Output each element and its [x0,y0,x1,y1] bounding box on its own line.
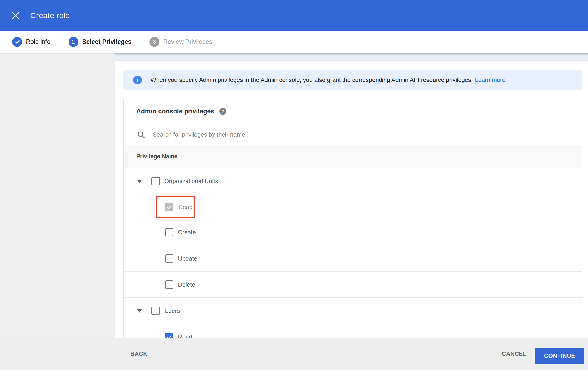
left-sidebar [0,53,115,338]
step-role-info[interactable]: Role info [12,37,51,47]
privileges-card: Admin console privileges ? Privilege Nam… [124,98,582,338]
appbar: Create role [0,0,588,31]
checkbox-create[interactable] [165,228,173,236]
step3-label: Review Privileges [163,38,212,45]
row-label: Users [164,307,180,314]
table-header-row: Privilege Name [124,145,582,168]
table-row: Read [124,324,582,338]
row-label: Organizational Units [164,178,218,185]
step-select-privileges[interactable]: 2 Select Privileges [69,37,132,47]
footer-bar: BACK CANCEL CONTINUE [0,338,588,370]
banner-text: When you specify Admin privileges in the… [151,76,473,84]
checkbox-delete[interactable] [165,280,173,289]
checkbox-users[interactable] [151,307,160,315]
collapse-arrow-icon[interactable] [137,180,142,183]
back-button[interactable]: BACK [130,350,147,357]
checkbox-organizational-units[interactable] [151,177,160,185]
checkbox-read[interactable] [165,203,173,211]
info-icon: i [133,76,142,84]
close-x-glyph [11,11,20,20]
card-header: Admin console privileges ? [124,98,582,124]
step-review-privileges[interactable]: 3 Review Privileges [149,37,212,47]
search-icon [137,130,145,139]
scrolled-content-strip [115,53,588,60]
close-icon[interactable] [9,9,22,22]
table-row: Create [124,219,582,245]
highlight-box: Read [156,196,195,218]
step-connector [56,41,63,42]
table-row: Update [124,245,582,271]
check-icon [166,204,172,210]
cancel-button[interactable]: CANCEL [502,350,527,357]
info-banner: i When you specify Admin privileges in t… [124,70,582,90]
step3-number-badge: 3 [149,37,159,47]
main-region: i When you specify Admin privileges in t… [0,53,588,338]
check-icon [166,334,172,338]
learn-more-link[interactable]: Learn more [475,76,505,84]
step-connector [137,41,144,42]
row-label: Read [178,203,193,210]
collapse-arrow-icon[interactable] [137,310,142,313]
checkbox-users-read[interactable] [165,333,173,338]
stepper: Role info 2 Select Privileges 3 Review P… [0,31,588,53]
row-label: Create [178,229,196,236]
step2-label: Select Privileges [82,38,132,45]
step1-check-icon [12,37,22,47]
row-label: Update [178,255,197,262]
search-row [124,124,582,145]
row-label: Read [178,333,192,338]
search-input[interactable] [153,131,474,138]
row-label: Delete [178,281,195,288]
content-region: i When you specify Admin privileges in t… [115,53,588,338]
step1-label: Role info [26,38,51,45]
checkbox-update[interactable] [165,254,173,263]
table-row: Delete [124,271,582,298]
column-header-privilege-name: Privilege Name [136,153,178,160]
page-title: Create role [30,11,70,20]
table-row: Read [124,194,582,219]
help-icon[interactable]: ? [219,108,226,115]
card-title: Admin console privileges [136,108,214,115]
table-row: Organizational Units [124,168,582,194]
step2-number-badge: 2 [69,37,78,47]
table-row: Users [124,298,582,324]
continue-button[interactable]: CONTINUE [535,348,584,364]
